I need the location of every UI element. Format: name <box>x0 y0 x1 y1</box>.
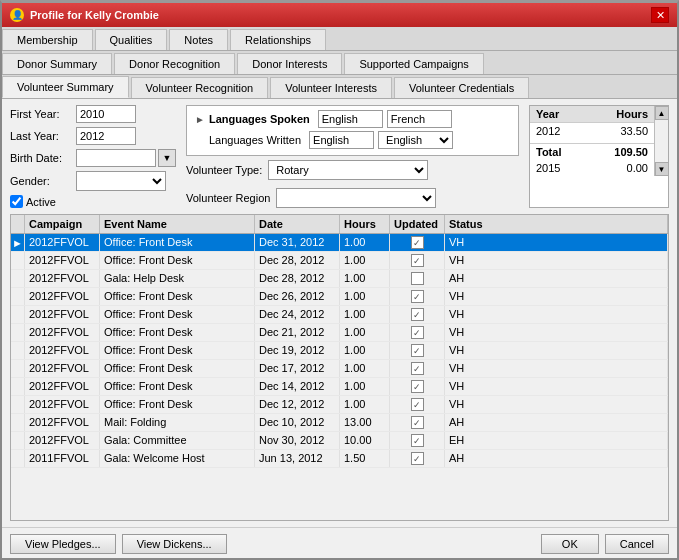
birth-date-input[interactable] <box>76 149 156 167</box>
table-body[interactable]: ► 2012FFVOL Office: Front Desk Dec 31, 2… <box>11 234 668 520</box>
table-row[interactable]: 2012FFVOL Office: Front Desk Dec 17, 201… <box>11 360 668 378</box>
row-hours-11: 10.00 <box>340 432 390 449</box>
row-arrow-0: ► <box>11 234 25 251</box>
row-event-10: Mail: Folding <box>100 414 255 431</box>
row-status-4: VH <box>445 306 668 323</box>
row-event-0: Office: Front Desk <box>100 234 255 251</box>
lang-written-2-select[interactable]: English French <box>378 131 453 149</box>
yh-with-scroll: Year Hours 2012 33.50 Total <box>530 106 668 176</box>
th-event: Event Name <box>100 215 255 233</box>
last-year-row: Last Year: <box>10 127 176 145</box>
yh-hours-2015: 0.00 <box>627 162 648 174</box>
arrow-spacer: ► <box>195 135 205 146</box>
table-row[interactable]: 2012FFVOL Office: Front Desk Dec 21, 201… <box>11 324 668 342</box>
table-row[interactable]: 2012FFVOL Office: Front Desk Dec 14, 201… <box>11 378 668 396</box>
updated-checkbox-12: ✓ <box>411 452 424 465</box>
title-bar: 👤 Profile for Kelly Crombie ✕ <box>2 3 677 27</box>
row-date-12: Jun 13, 2012 <box>255 450 340 467</box>
bottom-right: OK Cancel <box>541 534 669 554</box>
volunteer-region-select[interactable] <box>276 188 436 208</box>
row-hours-2: 1.00 <box>340 270 390 287</box>
last-year-input[interactable] <box>76 127 136 145</box>
row-campaign-12: 2011FFVOL <box>25 450 100 467</box>
languages-title: ► Languages Spoken <box>195 110 510 128</box>
first-year-input[interactable] <box>76 105 136 123</box>
row-date-4: Dec 24, 2012 <box>255 306 340 323</box>
table-row[interactable]: 2012FFVOL Office: Front Desk Dec 19, 201… <box>11 342 668 360</box>
active-row: Active <box>10 195 176 208</box>
row-hours-8: 1.00 <box>340 378 390 395</box>
active-checkbox[interactable] <box>10 195 23 208</box>
tab-volunteer-summary[interactable]: Volunteer Summary <box>2 76 129 98</box>
table-row[interactable]: ► 2012FFVOL Office: Front Desk Dec 31, 2… <box>11 234 668 252</box>
row-status-12: AH <box>445 450 668 467</box>
arrow-icon: ► <box>195 114 205 125</box>
lang-spoken-2-input[interactable] <box>387 110 452 128</box>
table-row[interactable]: 2012FFVOL Mail: Folding Dec 10, 2012 13.… <box>11 414 668 432</box>
tab-volunteer-interests[interactable]: Volunteer Interests <box>270 77 392 98</box>
row-event-11: Gala: Committee <box>100 432 255 449</box>
row-arrow-9 <box>11 396 25 413</box>
close-button[interactable]: ✕ <box>651 7 669 23</box>
table-row[interactable]: 2012FFVOL Office: Front Desk Dec 12, 201… <box>11 396 668 414</box>
gender-select[interactable] <box>76 171 166 191</box>
table-row[interactable]: 2012FFVOL Office: Front Desk Dec 24, 201… <box>11 306 668 324</box>
row-updated-3: ✓ <box>390 288 445 305</box>
lang-written-1-input[interactable] <box>309 131 374 149</box>
row-hours-5: 1.00 <box>340 324 390 341</box>
yh-row-2015[interactable]: 2015 0.00 <box>530 160 654 176</box>
tab-notes[interactable]: Notes <box>169 29 228 50</box>
row-campaign-1: 2012FFVOL <box>25 252 100 269</box>
date-picker-button[interactable]: ▼ <box>158 149 176 167</box>
tab-donor-interests[interactable]: Donor Interests <box>237 53 342 74</box>
row-date-3: Dec 26, 2012 <box>255 288 340 305</box>
yh-scroll-down[interactable]: ▼ <box>655 162 669 176</box>
row-updated-12: ✓ <box>390 450 445 467</box>
row-campaign-10: 2012FFVOL <box>25 414 100 431</box>
row-date-6: Dec 19, 2012 <box>255 342 340 359</box>
table-row[interactable]: 2012FFVOL Office: Front Desk Dec 26, 201… <box>11 288 668 306</box>
view-pledges-button[interactable]: View Pledges... <box>10 534 116 554</box>
row-arrow-2 <box>11 270 25 287</box>
lang-spoken-1-input[interactable] <box>318 110 383 128</box>
row-date-1: Dec 28, 2012 <box>255 252 340 269</box>
table-row[interactable]: 2011FFVOL Gala: Welcome Host Jun 13, 201… <box>11 450 668 468</box>
table-row[interactable]: 2012FFVOL Office: Front Desk Dec 28, 201… <box>11 252 668 270</box>
table-row[interactable]: 2012FFVOL Gala: Committee Nov 30, 2012 1… <box>11 432 668 450</box>
row-updated-11: ✓ <box>390 432 445 449</box>
tab-volunteer-credentials[interactable]: Volunteer Credentials <box>394 77 529 98</box>
row-status-8: VH <box>445 378 668 395</box>
yh-total-value: 109.50 <box>614 146 648 158</box>
tab-qualities[interactable]: Qualities <box>95 29 168 50</box>
tab-donor-recognition[interactable]: Donor Recognition <box>114 53 235 74</box>
row-arrow-5 <box>11 324 25 341</box>
row-arrow-10 <box>11 414 25 431</box>
row-campaign-11: 2012FFVOL <box>25 432 100 449</box>
row-hours-12: 1.50 <box>340 450 390 467</box>
updated-checkbox-6: ✓ <box>411 344 424 357</box>
ok-button[interactable]: OK <box>541 534 599 554</box>
tab-membership[interactable]: Membership <box>2 29 93 50</box>
volunteer-type-select[interactable]: Rotary <box>268 160 428 180</box>
table-row[interactable]: 2012FFVOL Gala: Help Desk Dec 28, 2012 1… <box>11 270 668 288</box>
th-hours: Hours <box>340 215 390 233</box>
tab-donor-summary[interactable]: Donor Summary <box>2 53 112 74</box>
yh-header: Year Hours <box>530 106 654 123</box>
row-hours-1: 1.00 <box>340 252 390 269</box>
languages-box: ► Languages Spoken ► Languages Written E… <box>186 105 519 156</box>
yh-col-year: Year <box>536 108 559 120</box>
languages-spoken-label: Languages Spoken <box>209 113 310 125</box>
yh-row-0[interactable]: 2012 33.50 <box>530 123 654 139</box>
tab-volunteer-recognition[interactable]: Volunteer Recognition <box>131 77 269 98</box>
yh-scroll-up[interactable]: ▲ <box>655 106 669 120</box>
tab-relationships[interactable]: Relationships <box>230 29 326 50</box>
updated-checkbox-7: ✓ <box>411 362 424 375</box>
tabs-row3: Volunteer Summary Volunteer Recognition … <box>2 75 677 99</box>
last-year-label: Last Year: <box>10 130 70 142</box>
tab-supported-campaigns[interactable]: Supported Campaigns <box>344 53 483 74</box>
th-arrow <box>11 215 25 233</box>
row-campaign-8: 2012FFVOL <box>25 378 100 395</box>
row-event-6: Office: Front Desk <box>100 342 255 359</box>
view-dickens-button[interactable]: View Dickens... <box>122 534 227 554</box>
cancel-button[interactable]: Cancel <box>605 534 669 554</box>
